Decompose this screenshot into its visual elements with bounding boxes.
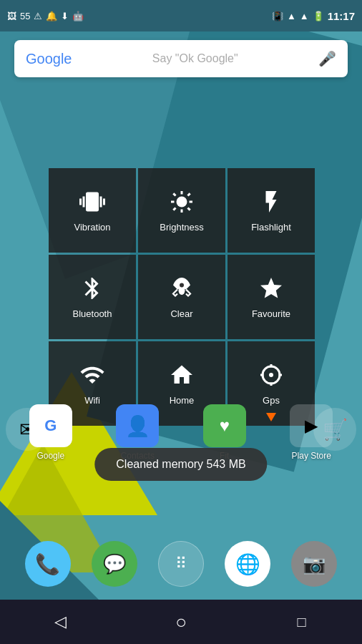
photo-icon: 🖼 bbox=[7, 11, 16, 21]
bluetooth-label: Bluetooth bbox=[73, 308, 112, 319]
star-icon bbox=[258, 275, 284, 301]
chrome-icon: 🌐 bbox=[235, 552, 260, 576]
mic-icon[interactable]: 🎤 bbox=[318, 50, 336, 67]
flashlight-label: Flashlight bbox=[251, 222, 291, 233]
playstore-app-label: Play Store bbox=[292, 451, 331, 461]
app-google[interactable]: G Google bbox=[22, 404, 79, 461]
signal-icon: ▲ bbox=[300, 11, 309, 21]
battery-icon: 🔋 bbox=[313, 11, 324, 21]
status-time: 11:17 bbox=[328, 10, 355, 22]
google-brand: Google bbox=[26, 51, 72, 67]
toast-message: Cleaned memory 543 MB bbox=[116, 458, 245, 470]
battery-percent: 55 bbox=[20, 11, 30, 21]
search-bar[interactable]: Google Say "Ok Google" 🎤 bbox=[14, 40, 348, 77]
qs-tile-brightness[interactable]: Brightness bbox=[138, 168, 225, 253]
qs-tile-bluetooth[interactable]: Bluetooth bbox=[49, 255, 136, 339]
svg-line-5 bbox=[173, 193, 175, 195]
dock: 📞 💬 ⠿ 🌐 📷 bbox=[0, 534, 362, 594]
brightness-label: Brightness bbox=[160, 222, 203, 233]
status-bar: 🖼 55 ⚠ 🔔 ⬇ 🤖 📳 ▲ ▲ 🔋 11:17 bbox=[0, 0, 362, 31]
google-app-label: Google bbox=[36, 451, 64, 461]
wifi-icon bbox=[79, 362, 105, 388]
recents-button[interactable]: □ bbox=[284, 604, 320, 640]
status-icons-left: 🖼 55 ⚠ 🔔 ⬇ 🤖 bbox=[7, 11, 84, 21]
qs-tile-vibration[interactable]: Vibration bbox=[49, 168, 136, 253]
svg-line-8 bbox=[173, 208, 175, 210]
svg-point-10 bbox=[180, 283, 184, 287]
favourite-label: Favourite bbox=[252, 308, 290, 319]
hangouts-icon: 💬 bbox=[103, 553, 126, 575]
search-placeholder: Say "Ok Google" bbox=[72, 52, 319, 65]
clear-label: Clear bbox=[170, 308, 192, 319]
dock-hangouts[interactable]: 💬 bbox=[92, 541, 137, 587]
wifi-status-icon: ▲ bbox=[287, 11, 296, 21]
dock-chrome[interactable]: 🌐 bbox=[225, 541, 270, 587]
phone-icon: 📞 bbox=[35, 552, 60, 576]
back-button[interactable]: ◁ bbox=[42, 604, 78, 640]
svg-line-6 bbox=[187, 208, 190, 210]
app-drawer-icon: ⠿ bbox=[175, 555, 187, 573]
notification-icon: 🔔 bbox=[46, 11, 57, 21]
vibration-label: Vibration bbox=[74, 222, 110, 233]
vibrate-icon bbox=[79, 189, 105, 215]
app-playstore[interactable]: ▶ Play Store bbox=[283, 404, 340, 461]
toast-notification: Cleaned memory 543 MB bbox=[94, 448, 267, 481]
rocket-icon bbox=[169, 275, 195, 301]
home-icon bbox=[169, 362, 195, 388]
quick-settings-grid: Vibration Brightness Flashlight Bluetoot… bbox=[49, 168, 315, 426]
svg-point-12 bbox=[269, 373, 273, 377]
dock-camera[interactable]: 📷 bbox=[291, 541, 337, 587]
back-icon: ◁ bbox=[54, 613, 67, 631]
brightness-icon bbox=[169, 189, 195, 215]
svg-point-9 bbox=[179, 286, 185, 295]
dock-phone[interactable]: 📞 bbox=[25, 541, 71, 587]
dock-app-drawer[interactable]: ⠿ bbox=[158, 541, 204, 587]
bluetooth-icon bbox=[79, 275, 105, 301]
svg-line-7 bbox=[187, 193, 190, 195]
home-nav-icon: ○ bbox=[175, 611, 187, 633]
gps-icon bbox=[258, 362, 284, 388]
qs-tile-favourite[interactable]: Favourite bbox=[228, 255, 315, 339]
home-button[interactable]: ○ bbox=[163, 604, 199, 640]
nav-bar: ◁ ○ □ bbox=[0, 600, 362, 644]
warning-icon: ⚠ bbox=[34, 11, 42, 21]
flashlight-icon bbox=[258, 189, 284, 215]
qs-tile-clear[interactable]: Clear bbox=[138, 255, 225, 339]
qs-tile-flashlight[interactable]: Flashlight bbox=[228, 168, 315, 253]
status-icons-right: 📳 ▲ ▲ 🔋 11:17 bbox=[272, 10, 355, 22]
download-icon: ⬇ bbox=[61, 11, 69, 21]
recents-icon: □ bbox=[298, 614, 306, 630]
svg-point-0 bbox=[177, 196, 187, 207]
camera-icon: 📷 bbox=[303, 553, 326, 575]
vibrate-status-icon: 📳 bbox=[272, 11, 283, 21]
android-icon: 🤖 bbox=[72, 11, 84, 21]
